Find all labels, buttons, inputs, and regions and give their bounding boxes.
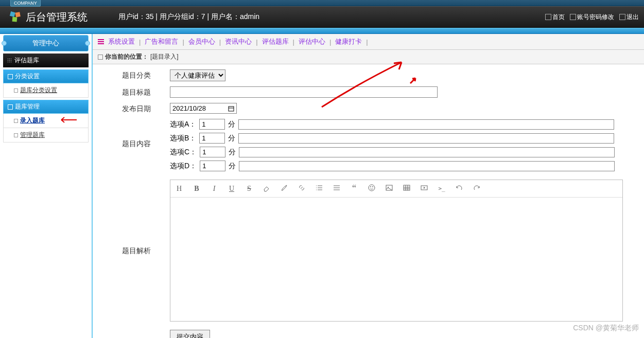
key-icon: [570, 14, 576, 20]
watermark: CSDN @黄菊华老师: [573, 324, 639, 333]
score-unit: 分: [229, 148, 236, 157]
nav-health[interactable]: 健康打卡: [333, 37, 364, 46]
nav-system[interactable]: 系统设置: [106, 37, 137, 46]
arrow-annotation-icon: [317, 58, 420, 112]
label-title: 题目标题: [103, 86, 170, 97]
svg-point-4: [370, 186, 371, 187]
nav-eval[interactable]: 评估中心: [297, 37, 327, 46]
italic-icon[interactable]: I: [210, 185, 219, 193]
sidebar-header: 管理中心: [3, 35, 89, 51]
sidebar: 管理中心 评估题库 分类设置 题库分类设置 题库管理 录入题库 管理: [0, 34, 93, 338]
editor-toolbar: H B I U S “: [170, 180, 622, 198]
page-icon: [14, 119, 18, 123]
logout-icon: [619, 14, 625, 20]
arrow-annotation-icon: [57, 116, 78, 125]
sidebar-group-category[interactable]: 分类设置: [3, 69, 89, 83]
date-input[interactable]: [170, 103, 237, 114]
option-row: 选项C：分: [170, 147, 634, 157]
code-icon[interactable]: >_: [437, 185, 446, 192]
svg-rect-2: [12, 17, 18, 22]
sidebar-item-category-setting[interactable]: 题库分类设置: [3, 83, 89, 98]
option-label: 选项D：: [170, 162, 197, 171]
password-link[interactable]: 账号密码修改: [568, 12, 616, 23]
score-input[interactable]: [200, 161, 225, 171]
image-icon[interactable]: [385, 184, 394, 193]
arrow-annotation-icon: [409, 77, 416, 86]
score-input[interactable]: [199, 133, 225, 144]
sidebar-section[interactable]: 评估题库: [3, 54, 89, 67]
underline-icon[interactable]: U: [227, 185, 236, 193]
logo-icon: [9, 11, 22, 23]
menu-icon: [98, 39, 104, 44]
strike-icon[interactable]: S: [245, 185, 254, 193]
list-icon[interactable]: [315, 184, 324, 193]
content-area: 系统设置| 广告和留言| 会员中心| 资讯中心| 评估题库| 评估中心| 健康打…: [93, 34, 644, 338]
header: 后台管理系统 用户id：35 | 用户分组id：7 | 用户名：admin 首页…: [0, 6, 644, 28]
option-row: 选项B：分: [170, 133, 634, 144]
option-text-input[interactable]: [239, 161, 615, 171]
option-text-input[interactable]: [238, 133, 614, 144]
emoji-icon[interactable]: [367, 184, 376, 193]
option-label: 选项A：: [170, 120, 196, 129]
undo-icon[interactable]: [455, 184, 464, 193]
doc-icon: [98, 55, 103, 60]
page-icon: [14, 88, 18, 93]
option-label: 选项C：: [170, 148, 197, 157]
label-content: 题目内容: [103, 119, 170, 149]
editor-body[interactable]: [170, 198, 622, 321]
app-title: 后台管理系统: [26, 10, 88, 24]
video-icon[interactable]: [420, 184, 429, 193]
option-label: 选项B：: [170, 134, 196, 143]
label-analysis: 题目解析: [103, 180, 170, 256]
user-info: 用户id：35 | 用户分组id：7 | 用户名：admin: [118, 12, 259, 22]
dots-icon: [7, 58, 12, 63]
square-icon: [8, 104, 13, 110]
submit-button[interactable]: 提交内容: [170, 330, 210, 338]
sidebar-group-bank[interactable]: 题库管理: [3, 100, 89, 114]
svg-rect-0: [10, 11, 15, 17]
svg-point-3: [369, 185, 375, 191]
eraser-icon[interactable]: [262, 184, 271, 193]
top-nav: 系统设置| 广告和留言| 会员中心| 资讯中心| 评估题库| 评估中心| 健康打…: [93, 34, 644, 50]
bold-icon[interactable]: B: [192, 185, 201, 193]
company-tag: COMPANY: [10, 0, 41, 7]
brush-icon[interactable]: [280, 184, 289, 193]
square-icon: [8, 74, 13, 79]
option-text-input[interactable]: [239, 147, 615, 157]
link-icon[interactable]: [297, 184, 306, 193]
rich-editor: H B I U S “: [170, 180, 623, 322]
sidebar-item-input-bank[interactable]: 录入题库: [3, 114, 89, 128]
heading-icon[interactable]: H: [175, 185, 184, 193]
logout-link[interactable]: 退出: [617, 12, 641, 23]
score-input[interactable]: [200, 147, 225, 157]
svg-rect-8: [404, 185, 410, 190]
score-unit: 分: [229, 162, 236, 171]
category-select[interactable]: 个人健康评估: [170, 69, 225, 81]
nav-ads[interactable]: 广告和留言: [143, 37, 180, 46]
svg-point-5: [372, 186, 373, 187]
redo-icon[interactable]: [472, 184, 481, 193]
home-link[interactable]: 首页: [543, 12, 567, 23]
option-row: 选项A：分: [170, 119, 634, 130]
option-row: 选项D：分: [170, 161, 634, 171]
nav-question-bank[interactable]: 评估题库: [260, 37, 291, 46]
sidebar-item-manage-bank[interactable]: 管理题库: [3, 128, 89, 143]
score-unit: 分: [228, 120, 235, 129]
accent-bar: [0, 28, 644, 34]
score-unit: 分: [228, 134, 235, 143]
quote-icon[interactable]: “: [350, 183, 359, 194]
page-icon: [14, 133, 18, 137]
svg-rect-1: [15, 12, 20, 17]
nav-member[interactable]: 会员中心: [186, 37, 217, 46]
option-text-input[interactable]: [238, 119, 614, 130]
label-category: 题目分类: [103, 69, 170, 80]
table-icon[interactable]: [402, 184, 411, 193]
align-icon[interactable]: [332, 184, 341, 193]
nav-info[interactable]: 资讯中心: [223, 37, 254, 46]
home-icon: [545, 14, 551, 20]
score-input[interactable]: [199, 119, 225, 130]
label-date: 发布日期: [103, 103, 170, 114]
